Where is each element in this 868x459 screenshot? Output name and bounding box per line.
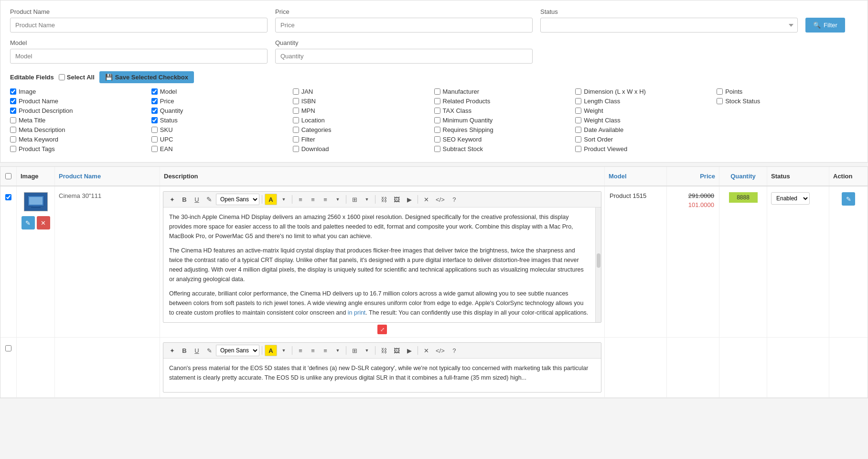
field-date-available-checkbox[interactable]: Date Available — [575, 126, 717, 133]
table-btn2[interactable]: ⊞ — [349, 345, 360, 356]
field-seo-keyword-checkbox[interactable]: SEO Keyword — [434, 136, 576, 143]
field-product-description-checkbox[interactable]: Product Description — [10, 107, 151, 114]
underline-btn[interactable]: U — [191, 194, 203, 205]
chevron-down-icon[interactable]: ▼ — [278, 194, 289, 205]
model-input[interactable] — [10, 49, 268, 64]
row1-quantity-input[interactable] — [729, 192, 758, 203]
select-all-checkbox[interactable] — [59, 74, 65, 80]
list-ol-btn2[interactable]: ≡ — [307, 345, 319, 356]
field-categories-checkbox[interactable]: Categories — [293, 126, 434, 133]
th-quantity[interactable]: Quantity — [719, 167, 767, 186]
table-arrow-btn[interactable]: ▼ — [361, 194, 373, 205]
product-name-input[interactable] — [10, 18, 268, 33]
code-btn2[interactable]: </> — [433, 345, 448, 356]
table-btn[interactable]: ⊞ — [349, 194, 360, 205]
font-select2[interactable]: Open Sans — [216, 345, 259, 356]
row1-status-select[interactable]: Enabled Disabled — [771, 192, 810, 205]
underline-btn2[interactable]: U — [191, 345, 203, 356]
field-weight-checkbox[interactable]: Weight — [575, 107, 717, 114]
row1-expand-button[interactable]: ⤢ — [377, 325, 387, 334]
field-mpn-checkbox[interactable]: MPN — [293, 107, 434, 114]
field-product-viewed-checkbox[interactable]: Product Viewed — [575, 145, 717, 153]
field-product-tags-checkbox[interactable]: Product Tags — [10, 145, 151, 153]
field-location-checkbox[interactable]: Location — [293, 117, 434, 124]
field-ean-checkbox[interactable]: EAN — [151, 145, 293, 153]
field-weight-class-checkbox[interactable]: Weight Class — [575, 117, 717, 124]
editor-scrollbar[interactable] — [595, 208, 601, 322]
field-meta-keyword-checkbox[interactable]: Meta Keyword — [10, 136, 151, 143]
chevron-down-icon2[interactable]: ▼ — [278, 345, 289, 356]
field-tax-class-checkbox[interactable]: TAX Class — [434, 107, 576, 114]
media-btn[interactable]: ▶ — [404, 194, 415, 205]
link-btn2[interactable]: ⛓ — [378, 345, 390, 356]
status-select-filter[interactable]: Enabled Disabled — [540, 18, 798, 33]
wand-btn2[interactable]: ✦ — [166, 345, 178, 356]
row1-action-button[interactable]: ✎ — [842, 192, 855, 206]
field-meta-title-checkbox[interactable]: Meta Title — [10, 117, 151, 124]
list-ul-btn2[interactable]: ≡ — [295, 345, 306, 356]
wand-btn[interactable]: ✦ — [166, 194, 178, 205]
quantity-input[interactable] — [275, 49, 533, 64]
highlight-btn[interactable]: A — [265, 194, 277, 205]
field-quantity-checkbox[interactable]: Quantity — [151, 107, 293, 114]
save-selected-checkbox-button[interactable]: 💾 Save Selected Checkbox — [99, 71, 194, 83]
th-price[interactable]: Price — [667, 167, 719, 186]
align-arrow-btn[interactable]: ▼ — [332, 194, 343, 205]
field-related-products-checkbox[interactable]: Related Products — [434, 98, 576, 105]
field-filter-checkbox[interactable]: Filter — [293, 136, 434, 143]
help-btn2[interactable]: ? — [449, 345, 460, 356]
field-isbn-checkbox[interactable]: ISBN — [293, 98, 434, 105]
help-btn[interactable]: ? — [449, 194, 460, 205]
field-points-checkbox[interactable]: Points — [717, 88, 858, 95]
bold-btn2[interactable]: B — [179, 345, 190, 356]
select-all-label[interactable]: Select All — [59, 74, 95, 81]
align-arrow-btn2[interactable]: ▼ — [332, 345, 343, 356]
field-sort-order-checkbox[interactable]: Sort Order — [575, 136, 717, 143]
font-select[interactable]: Open Sans — [216, 194, 259, 205]
th-product-name[interactable]: Product Name — [55, 167, 160, 186]
field-requires-shipping-checkbox[interactable]: Requires Shipping — [434, 126, 576, 133]
list-ol-btn[interactable]: ≡ — [307, 194, 319, 205]
field-meta-description-checkbox[interactable]: Meta Description — [10, 126, 151, 133]
strikethrough-btn[interactable]: ✎ — [204, 194, 215, 205]
field-subtract-stock-checkbox[interactable]: Subtract Stock — [434, 145, 576, 153]
field-product-name-checkbox[interactable]: Product Name — [10, 98, 151, 105]
filter-button[interactable]: 🔍 Filter — [805, 18, 845, 33]
highlight-btn2[interactable]: A — [265, 345, 277, 356]
image-btn[interactable]: 🖼 — [391, 194, 403, 205]
price-input[interactable] — [275, 18, 533, 33]
image-btn2[interactable]: 🖼 — [391, 345, 403, 356]
align-btn2[interactable]: ≡ — [320, 345, 331, 356]
field-dimension-checkbox[interactable]: Dimension (L x W x H) — [575, 88, 717, 95]
field-length-class-checkbox[interactable]: Length Class — [575, 98, 717, 105]
field-model-checkbox[interactable]: Model — [151, 88, 293, 95]
field-image-checkbox[interactable]: Image — [10, 88, 151, 95]
close-btn2[interactable]: ✕ — [420, 345, 432, 356]
align-btn[interactable]: ≡ — [320, 194, 331, 205]
link-btn[interactable]: ⛓ — [378, 194, 390, 205]
field-sku-checkbox[interactable]: SKU — [151, 126, 293, 133]
bold-btn[interactable]: B — [179, 194, 190, 205]
row1-editor-content[interactable]: The 30-inch Apple Cinema HD Display deli… — [163, 208, 595, 322]
field-price-checkbox[interactable]: Price — [151, 98, 293, 105]
row1-checkbox[interactable] — [5, 194, 11, 200]
th-model[interactable]: Model — [605, 167, 667, 186]
row1-delete-button[interactable]: ✕ — [37, 216, 50, 230]
field-minimum-quantity-checkbox[interactable]: Minimum Quantity — [434, 117, 576, 124]
row2-checkbox[interactable] — [5, 345, 11, 351]
strikethrough-btn2[interactable]: ✎ — [204, 345, 215, 356]
field-stock-status-checkbox[interactable]: Stock Status — [717, 98, 858, 105]
row2-editor-content[interactable]: Canon's press material for the EOS 5D st… — [163, 359, 601, 392]
row1-edit-button[interactable]: ✎ — [21, 216, 35, 230]
close-btn[interactable]: ✕ — [420, 194, 432, 205]
field-status-checkbox[interactable]: Status — [151, 117, 293, 124]
field-upc-checkbox[interactable]: UPC — [151, 136, 293, 143]
field-download-checkbox[interactable]: Download — [293, 145, 434, 153]
select-all-table-checkbox[interactable] — [5, 173, 11, 179]
field-jan-checkbox[interactable]: JAN — [293, 88, 434, 95]
list-ul-btn[interactable]: ≡ — [295, 194, 306, 205]
field-manufacturer-checkbox[interactable]: Manufacturer — [434, 88, 576, 95]
table-arrow-btn2[interactable]: ▼ — [361, 345, 373, 356]
code-btn[interactable]: </> — [433, 194, 448, 205]
media-btn2[interactable]: ▶ — [404, 345, 415, 356]
